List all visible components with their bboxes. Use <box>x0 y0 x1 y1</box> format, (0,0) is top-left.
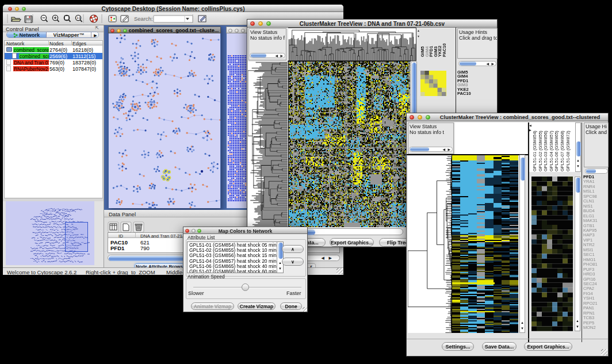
svg-text:1:1: 1:1 <box>76 17 81 20</box>
svg-text:Search:: Search: <box>134 16 153 22</box>
